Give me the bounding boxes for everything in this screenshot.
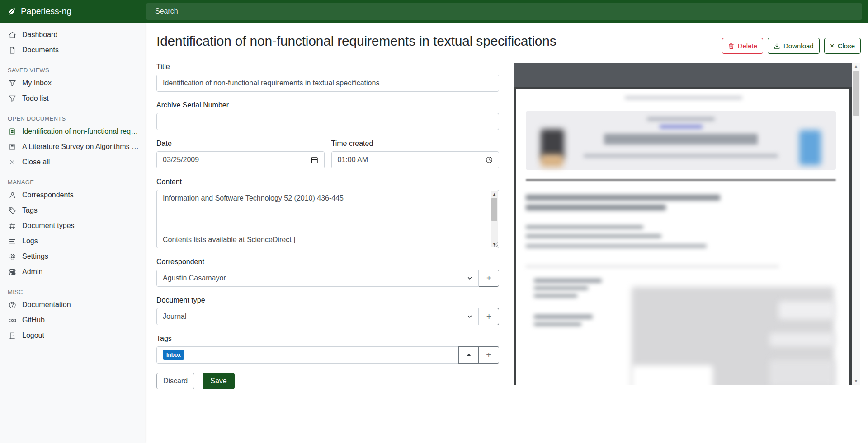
sidebar: Dashboard Documents SAVED VIEWS My Inbox… <box>0 23 145 443</box>
main-content: Identification of non-functional require… <box>145 23 868 443</box>
chevron-down-icon <box>467 275 472 281</box>
archive-serial-number-input[interactable] <box>156 113 499 130</box>
leaf-logo-icon <box>7 7 16 16</box>
close-icon <box>8 158 16 166</box>
tags-dropdown-toggle[interactable] <box>458 346 479 364</box>
sidebar-item-settings[interactable]: Settings <box>0 249 145 264</box>
app-title: Paperless-ng <box>21 6 71 16</box>
preview-scrollbar[interactable]: ▲ ▼ <box>852 63 860 385</box>
sidebar-item-logout[interactable]: Logout <box>0 328 145 343</box>
open-documents-heading: OPEN DOCUMENTS <box>8 115 145 122</box>
content-scrollbar[interactable]: ▲ ▼ <box>491 191 498 247</box>
link-icon <box>8 316 16 324</box>
open-document-item-2[interactable]: A Literature Survey on Algorithms for Mu… <box>0 139 145 154</box>
discard-button[interactable]: Discard <box>156 373 194 389</box>
file-text-icon <box>8 127 16 135</box>
open-document-item-1[interactable]: Identification of non-functional require… <box>0 124 145 139</box>
scrollbar-thumb[interactable] <box>853 71 859 116</box>
manage-heading: MANAGE <box>8 179 145 186</box>
download-button[interactable]: Download <box>768 38 820 54</box>
funnel-icon <box>8 79 16 87</box>
document-type-select[interactable]: Journal <box>156 308 479 325</box>
sidebar-item-admin[interactable]: Admin <box>0 264 145 280</box>
close-button[interactable]: × Close <box>824 38 861 54</box>
scrollbar-thumb[interactable] <box>491 198 497 221</box>
document-type-label: Document type <box>156 296 499 304</box>
scroll-down-icon[interactable]: ▼ <box>852 379 860 383</box>
sidebar-item-logs[interactable]: Logs <box>0 233 145 249</box>
funnel-icon <box>8 94 16 103</box>
question-circle-icon <box>8 301 16 309</box>
plus-icon: + <box>486 273 492 284</box>
add-document-type-button[interactable]: + <box>479 308 499 325</box>
correspondent-select[interactable]: Agustin Casamayor <box>156 270 479 287</box>
document-edit-form: Title Identification of non-functional r… <box>156 63 499 389</box>
content-textarea[interactable]: Information and Software Technology 52 (… <box>156 190 499 248</box>
date-input[interactable]: 03/25/2009 <box>156 151 325 168</box>
house-icon <box>8 31 16 39</box>
plus-icon: + <box>486 312 492 322</box>
sidebar-item-tags[interactable]: Tags <box>0 203 145 218</box>
scroll-up-icon[interactable]: ▲ <box>852 64 860 69</box>
app-brand[interactable]: Paperless-ng <box>0 0 145 23</box>
sidebar-item-dashboard[interactable]: Dashboard <box>0 27 145 42</box>
download-icon <box>774 42 780 50</box>
trash-icon <box>728 42 735 50</box>
pdf-preview[interactable]: ▲ ▼ <box>514 63 860 385</box>
title-input[interactable]: Identification of non-functional require… <box>156 75 499 92</box>
sidebar-item-github[interactable]: GitHub <box>0 312 145 328</box>
close-all-button[interactable]: Close all <box>0 154 145 170</box>
misc-heading: MISC <box>8 289 145 295</box>
page-title: Identification of non-functional require… <box>156 33 557 49</box>
sidebar-item-documents[interactable]: Documents <box>0 42 145 58</box>
file-text-icon <box>8 143 16 151</box>
tags-input[interactable]: Inbox <box>156 346 458 364</box>
close-icon: × <box>830 42 835 50</box>
add-correspondent-button[interactable]: + <box>479 270 499 287</box>
clock-icon[interactable] <box>486 156 493 163</box>
file-icon <box>8 46 16 54</box>
toggles-icon <box>8 268 16 276</box>
scroll-up-icon[interactable]: ▲ <box>491 191 498 197</box>
tag-icon <box>8 206 16 215</box>
top-navbar: Paperless-ng <box>0 0 868 23</box>
tags-label: Tags <box>156 335 499 343</box>
search-input[interactable] <box>146 3 862 20</box>
calendar-icon[interactable] <box>311 156 318 164</box>
time-created-input[interactable]: 01:00 AM <box>331 151 500 168</box>
add-tag-button[interactable]: + <box>479 346 499 364</box>
pdf-header-block <box>526 111 836 170</box>
pdf-page <box>516 89 849 385</box>
saved-views-heading: SAVED VIEWS <box>8 67 145 74</box>
sidebar-item-document-types[interactable]: Document types <box>0 218 145 233</box>
gear-icon <box>8 252 16 261</box>
pdf-toolbar[interactable] <box>514 63 852 87</box>
tag-badge-inbox[interactable]: Inbox <box>163 350 184 360</box>
sidebar-item-todo-list[interactable]: Todo list <box>0 91 145 106</box>
hash-icon <box>8 222 16 230</box>
sidebar-item-my-inbox[interactable]: My Inbox <box>0 75 145 91</box>
plus-icon: + <box>486 350 491 360</box>
sidebar-item-documentation[interactable]: Documentation <box>0 297 145 312</box>
title-label: Title <box>156 63 499 71</box>
sidebar-item-correspondents[interactable]: Correspondents <box>0 187 145 203</box>
correspondent-label: Correspondent <box>156 258 499 266</box>
caret-up-icon <box>467 354 471 356</box>
date-label: Date <box>156 140 325 148</box>
time-created-label: Time created <box>331 140 500 148</box>
door-icon <box>8 331 16 340</box>
delete-button[interactable]: Delete <box>722 38 763 54</box>
save-button[interactable]: Save <box>203 373 234 389</box>
asn-label: Archive Serial Number <box>156 101 499 109</box>
chevron-down-icon <box>467 314 472 319</box>
list-icon <box>8 237 16 245</box>
person-icon <box>8 191 16 199</box>
content-label: Content <box>156 178 499 186</box>
